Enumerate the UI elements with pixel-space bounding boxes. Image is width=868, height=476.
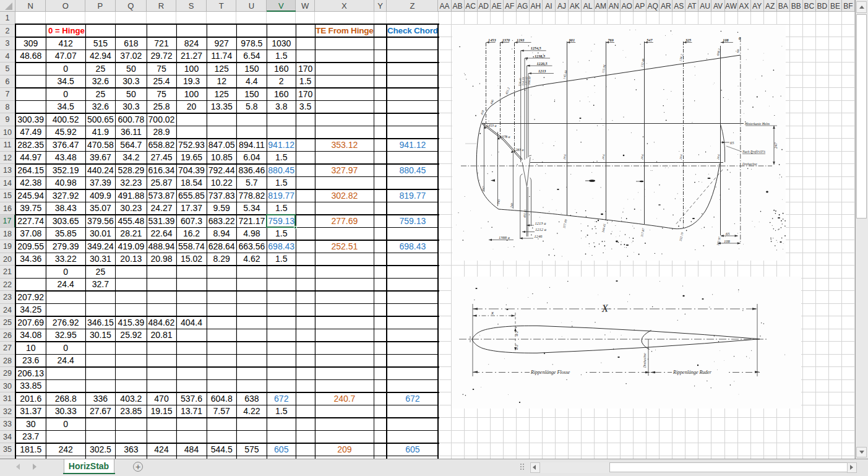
svg-text:1246: 1246: [535, 234, 543, 238]
svg-text:1254,5: 1254,5: [531, 46, 541, 50]
svg-text:325: 325: [685, 38, 691, 42]
svg-text:1283 a: 1283 a: [513, 148, 524, 152]
svg-text:X: X: [601, 302, 609, 314]
svg-text:108: 108: [724, 239, 731, 243]
svg-text:65: 65: [730, 141, 734, 145]
svg-text:1378 a: 1378 a: [500, 135, 510, 139]
svg-text:x: x: [491, 309, 494, 316]
svg-text:d/2: d/2: [514, 331, 518, 336]
svg-text:108: 108: [723, 38, 728, 42]
svg-text:Drehachse: Drehachse: [742, 162, 757, 166]
svg-text:Rippenlänge Flosse: Rippenlänge Flosse: [530, 370, 570, 375]
svg-text:0: 0: [739, 36, 741, 40]
svg-text:1213: 1213: [538, 69, 546, 73]
svg-text:547: 547: [647, 38, 653, 42]
svg-text:1293: 1293: [517, 38, 524, 42]
svg-text:769: 769: [608, 38, 614, 42]
svg-text:1212 a: 1212 a: [535, 227, 546, 232]
svg-text:Drehachse: Drehachse: [643, 353, 647, 368]
svg-text:1453 a: 1453 a: [486, 124, 497, 128]
svg-text:1213 a: 1213 a: [535, 221, 546, 225]
svg-text:Hinterkante Holm: Hinterkante Holm: [744, 122, 770, 126]
svg-text:901: 901: [569, 38, 575, 42]
svg-text:1453: 1453: [488, 38, 496, 42]
svg-text:1388 a: 1388 a: [499, 235, 510, 240]
svg-text:65: 65: [726, 232, 730, 236]
svg-text:1370: 1370: [502, 38, 510, 42]
svg-text:1220,5: 1220,5: [537, 61, 548, 66]
svg-text:d/2: d/2: [514, 344, 518, 350]
svg-text:Nach Profil 10%: Nach Profil 10%: [742, 150, 765, 154]
svg-text:Rippenlänge Ruder: Rippenlänge Ruder: [672, 370, 712, 375]
svg-text:247: 247: [773, 142, 778, 149]
